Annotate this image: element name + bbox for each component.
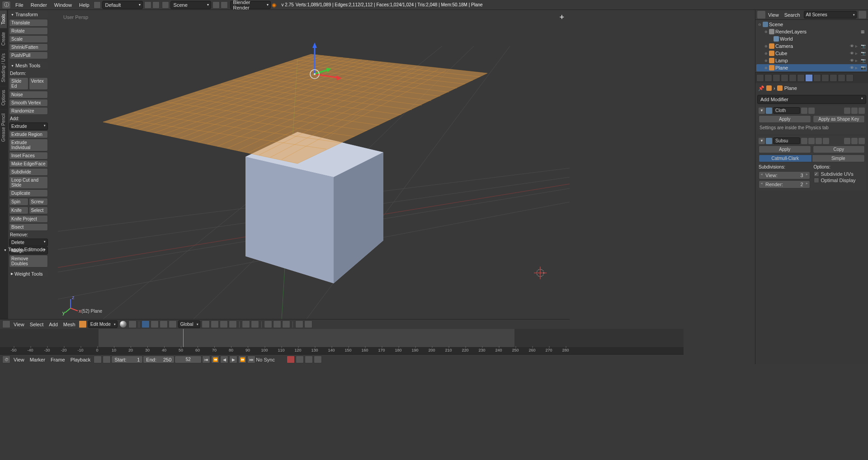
duplicate-button[interactable]: Duplicate (9, 189, 48, 197)
jump-end-button[interactable]: ⏭ (247, 356, 255, 363)
outliner-view-menu[interactable]: View (765, 12, 782, 18)
jump-start-button[interactable]: ⏮ (202, 356, 210, 363)
prop-data-icon[interactable] (813, 74, 821, 82)
slide-vertex-button[interactable]: Vertex (29, 77, 48, 90)
tree-camera[interactable]: ⊕Camera 👁▹📷 (756, 42, 867, 50)
scale-button[interactable]: Scale (9, 35, 48, 43)
orientation-dropdown[interactable]: Global (178, 320, 200, 328)
smooth-vertex-button[interactable]: Smooth Vertex (9, 99, 48, 107)
outliner-tree[interactable]: ⊖Scene ⊕RenderLayers ▦ World ⊕Camera 👁▹📷… (755, 20, 868, 72)
edge-select-icon[interactable] (151, 320, 159, 328)
tree-cube[interactable]: ⊕Cube 👁▹📷 (756, 50, 867, 57)
history-toggle-editmode[interactable]: Toggle Editmode (2, 246, 47, 253)
subsurf-editmode-toggle[interactable] (816, 138, 822, 144)
cloth-delete[interactable] (859, 108, 865, 114)
vp-menu-add[interactable]: Add (46, 322, 61, 327)
editor-type-icon[interactable]: ⓘ (2, 1, 11, 9)
pin-icon[interactable]: 📌 (758, 85, 764, 91)
layers-2[interactable] (251, 320, 259, 328)
manipulator-rotate[interactable] (220, 320, 228, 328)
vp-menu-mesh[interactable]: Mesh (61, 322, 78, 327)
timeline-track[interactable] (0, 329, 684, 347)
tl-menu-marker[interactable]: Marker (27, 357, 48, 362)
vtab-grease[interactable]: Grease Pencil (0, 109, 7, 146)
insert-keyframe-button[interactable] (305, 356, 313, 363)
scene-del[interactable] (221, 1, 228, 9)
add-modifier-dropdown[interactable]: Add Modifier (757, 95, 866, 104)
cloth-expand-button[interactable]: ▼ (759, 108, 765, 114)
layout-browse[interactable] (94, 1, 101, 9)
subsurf-cage-toggle[interactable] (823, 138, 829, 144)
prop-render-layers-icon[interactable] (764, 74, 772, 82)
editor-timeline-icon[interactable]: ⏱ (2, 356, 10, 363)
engine-dropdown[interactable]: Blender Render (230, 1, 271, 9)
menu-render[interactable]: Render (27, 2, 51, 8)
delete-dropdown[interactable]: Delete (9, 239, 48, 246)
3d-viewport[interactable]: z x y User Persp (52) Plane + (58, 10, 570, 319)
play-reverse-button[interactable]: ◀ (220, 356, 228, 363)
menu-help[interactable]: Help (75, 2, 93, 8)
vtab-tools[interactable]: Tools (0, 10, 7, 28)
vp-menu-view[interactable]: View (11, 322, 27, 327)
rotate-button[interactable]: Rotate (9, 27, 48, 35)
subsurf-render-toggle[interactable] (801, 138, 807, 144)
tree-scene[interactable]: ⊖Scene (756, 21, 867, 28)
vtab-create[interactable]: Create (0, 28, 7, 49)
vtab-options[interactable]: Options (0, 86, 7, 109)
auto-keyframe-button[interactable] (287, 356, 295, 363)
menu-window[interactable]: Window (51, 2, 75, 8)
loop-cut-button[interactable]: Loop Cut and Slide (9, 176, 48, 189)
face-select-icon[interactable] (160, 320, 168, 328)
tl-menu-frame[interactable]: Frame (48, 357, 68, 362)
opengl-render[interactable] (295, 320, 303, 328)
shading-dropdown[interactable] (119, 320, 127, 328)
keying-set-dropdown[interactable] (296, 356, 304, 363)
cloth-realtime-toggle[interactable] (808, 108, 815, 114)
vertex-select-icon[interactable] (142, 320, 150, 328)
mode-icon[interactable] (79, 320, 87, 328)
cloth-render-toggle[interactable] (801, 108, 807, 114)
menu-file[interactable]: File (12, 2, 27, 8)
layout-dropdown[interactable]: Default (102, 1, 143, 9)
mesh-tools-panel-header[interactable]: Mesh Tools (9, 62, 48, 69)
randomize-button[interactable]: Randomize (9, 107, 48, 115)
timeline[interactable]: -50-40-30-20-100102030405060708090100110… (0, 329, 684, 354)
push-pull-button[interactable]: Push/Pull (9, 52, 48, 59)
subsurf-move-up[interactable] (844, 138, 850, 144)
prop-material-icon[interactable] (821, 74, 829, 82)
cloth-move-down[interactable] (851, 108, 858, 114)
extrude-individual-button[interactable]: Extrude Individual (9, 139, 48, 151)
translate-button[interactable]: Translate (9, 19, 48, 27)
viewport-properties-toggle[interactable]: + (559, 13, 564, 22)
mode-dropdown[interactable]: Edit Mode (88, 320, 118, 328)
subsurf-copy-button[interactable]: Copy (813, 146, 865, 153)
cloth-apply-button[interactable]: Apply (759, 115, 811, 123)
layout-add[interactable] (144, 1, 151, 9)
scene-browse[interactable] (162, 1, 169, 9)
catmull-clark-toggle[interactable]: Catmull-Clark (759, 155, 812, 162)
editor-3dview-icon[interactable] (2, 320, 10, 328)
tree-plane[interactable]: ⊕Plane 👁▹📷 (756, 64, 867, 71)
manipulator-scale[interactable] (229, 320, 237, 328)
noise-button[interactable]: Noise (9, 91, 48, 99)
subdivide-uvs-checkbox[interactable]: Subdivide UVs (814, 171, 865, 177)
view-subdiv-field[interactable]: View:3 (759, 171, 810, 179)
proportional-edit[interactable] (264, 320, 272, 328)
slide-edge-button[interactable]: Slide Ed (9, 77, 28, 90)
tl-menu-view[interactable]: View (11, 357, 27, 362)
limit-selection-icon[interactable] (169, 320, 177, 328)
opengl-render-anim[interactable] (304, 320, 312, 328)
prop-render-icon[interactable] (756, 74, 764, 82)
subsurf-expand-button[interactable]: ▼ (759, 138, 765, 144)
prop-object-icon[interactable] (789, 74, 797, 82)
play-button[interactable]: ▶ (229, 356, 237, 363)
timeline-cursor[interactable] (183, 329, 184, 347)
render-subdiv-field[interactable]: Render:2 (759, 180, 810, 188)
make-edge-face-button[interactable]: Make Edge/Face (9, 160, 48, 168)
snap-toggle[interactable] (273, 320, 281, 328)
subsurf-delete[interactable] (859, 138, 865, 144)
keyframe-prev-button[interactable]: ⏪ (211, 356, 219, 363)
cloth-apply-shape-button[interactable]: Apply as Shape Key (813, 115, 865, 123)
manipulator-toggle[interactable] (202, 320, 210, 328)
keyframe-next-button[interactable]: ⏩ (238, 356, 246, 363)
